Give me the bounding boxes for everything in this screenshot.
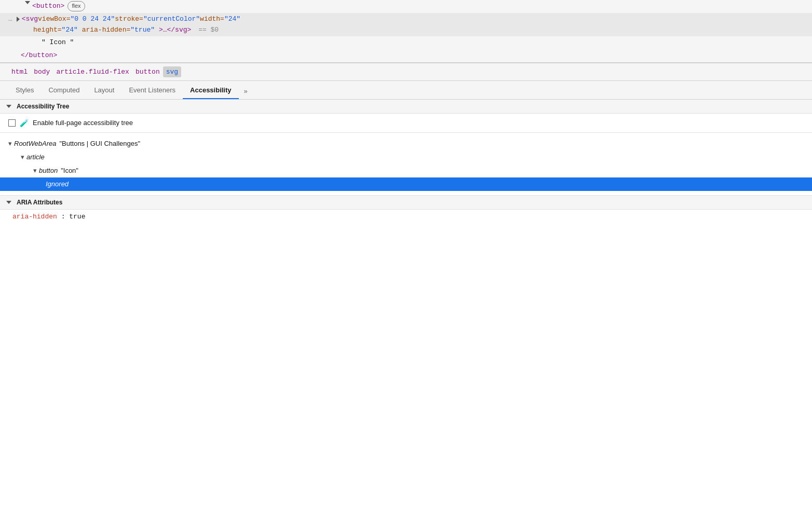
chevron-article: ▾ <box>21 152 24 163</box>
aria-attributes-header[interactable]: ARIA Attributes <box>0 196 812 210</box>
a11y-node-ignored[interactable]: Ignored <box>0 177 812 191</box>
a11y-node-article[interactable]: ▾ article <box>0 150 812 164</box>
flex-badge: flex <box>67 1 85 11</box>
node-type-button: button <box>39 165 58 176</box>
viewbox-attr: viewBox= <box>38 14 70 25</box>
tree-line-button-open[interactable]: <button> flex <box>0 0 812 13</box>
height-attr: height= <box>33 26 62 34</box>
tabs-bar: Styles Computed Layout Event Listeners A… <box>0 81 812 100</box>
tree-line-button-close[interactable]: </button> <box>0 49 812 62</box>
tab-event-listeners[interactable]: Event Listeners <box>121 82 183 99</box>
node-type-root: RootWebArea <box>14 138 56 149</box>
icon-text-node: " Icon " <box>42 37 74 48</box>
breadcrumb-button[interactable]: button <box>132 66 163 77</box>
aria-hidden-colon: : <box>61 213 70 221</box>
aria-hidden-attr-value: true <box>69 213 85 221</box>
node-name-button: "Icon" <box>61 165 78 176</box>
a11y-node-root-web-area[interactable]: ▾ RootWebArea "Buttons | GUI Challenges" <box>0 137 812 150</box>
accessibility-tree-header[interactable]: Accessibility Tree <box>0 100 812 114</box>
a11y-node-button[interactable]: ▾ button "Icon" <box>0 164 812 177</box>
triangle-down-icon <box>25 1 30 4</box>
tag-button-close: </button> <box>21 50 57 61</box>
tree-line-svg[interactable]: … <svg viewBox="0 0 24 24" stroke="curre… <box>0 13 812 37</box>
devtools-panel: <button> flex … <svg viewBox="0 0 24 24"… <box>0 0 812 522</box>
stroke-attr: stroke= <box>115 14 143 25</box>
enable-checkbox[interactable] <box>8 119 16 127</box>
width-value: "24" <box>224 14 240 25</box>
aria-hidden-attr-name: aria-hidden <box>12 213 57 221</box>
node-type-article: article <box>26 152 45 163</box>
svg-tag: <svg <box>22 14 38 25</box>
enable-full-page-row[interactable]: 🧪 Enable full-page accessibility tree <box>0 114 812 133</box>
accessibility-tree-title: Accessibility Tree <box>17 103 69 110</box>
dots-icon: … <box>8 14 12 25</box>
viewbox-value: "0 0 24 24" <box>70 14 115 25</box>
tree-line-text[interactable]: " Icon " <box>0 36 812 49</box>
tab-computed[interactable]: Computed <box>41 82 87 99</box>
node-type-ignored: Ignored <box>46 178 69 190</box>
breadcrumb-html[interactable]: html <box>8 66 31 77</box>
breadcrumb-bar: html body article.fluid-flex button svg <box>0 63 812 81</box>
tag-button-open: <button> <box>32 1 64 12</box>
tab-layout[interactable]: Layout <box>87 82 121 99</box>
section-triangle-down <box>6 105 11 108</box>
aria-attributes-title: ARIA Attributes <box>17 199 62 206</box>
html-tree-section: <button> flex … <svg viewBox="0 0 24 24"… <box>0 0 812 63</box>
main-content: Accessibility Tree 🧪 Enable full-page ac… <box>0 100 812 522</box>
svg-close-inline: >…</svg> <box>159 26 191 34</box>
width-attr: width= <box>200 14 224 25</box>
triangle-right-icon <box>17 17 20 22</box>
aria-hidden-value: "true" <box>130 26 155 34</box>
chevron-button: ▾ <box>33 165 37 176</box>
breadcrumb-body[interactable]: body <box>31 66 53 77</box>
aria-section-triangle <box>6 201 11 204</box>
chevron-root: ▾ <box>8 138 12 149</box>
breadcrumb-article[interactable]: article.fluid-flex <box>53 66 132 77</box>
a11y-tree: ▾ RootWebArea "Buttons | GUI Challenges"… <box>0 133 812 195</box>
enable-label: Enable full-page accessibility tree <box>33 119 133 127</box>
aria-hidden-attr: aria-hidden= <box>82 26 131 34</box>
node-name-root: "Buttons | GUI Challenges" <box>59 138 140 149</box>
tab-accessibility[interactable]: Accessibility <box>183 82 239 99</box>
flask-icon: 🧪 <box>20 119 29 127</box>
breadcrumb-svg[interactable]: svg <box>163 66 181 77</box>
tab-styles[interactable]: Styles <box>8 82 41 99</box>
aria-hidden-row: aria-hidden : true <box>0 210 812 225</box>
tab-more[interactable]: » <box>239 83 253 99</box>
stroke-value: "currentColor" <box>143 14 200 25</box>
height-value: "24" <box>62 26 78 34</box>
dollar-zero: == $0 <box>198 26 219 34</box>
aria-section: ARIA Attributes aria-hidden : true <box>0 195 812 225</box>
